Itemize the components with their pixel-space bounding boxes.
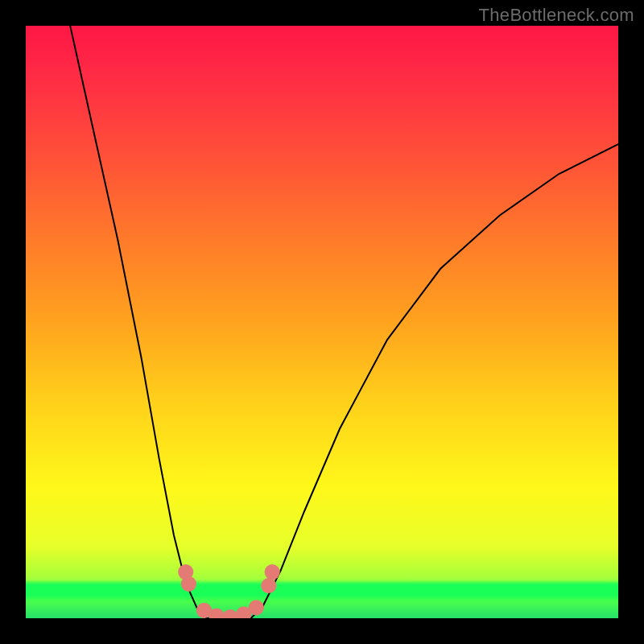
curve-marker [261, 578, 276, 593]
curve-marker [249, 600, 264, 615]
curve-marker [265, 564, 280, 580]
watermark-text: TheBottleneck.com [479, 5, 634, 26]
curve-marker [222, 609, 237, 618]
plot-area [26, 26, 618, 618]
chart-frame: TheBottleneck.com [0, 0, 644, 644]
curve-layer [26, 26, 618, 618]
curve-marker [181, 576, 196, 592]
bottleneck-curve [70, 26, 618, 618]
